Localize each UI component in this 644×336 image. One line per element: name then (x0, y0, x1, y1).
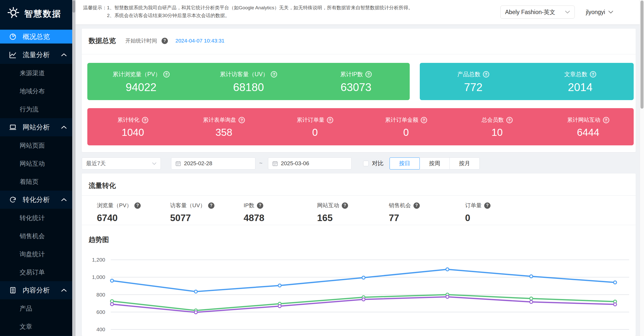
sidebar-group-content[interactable]: 内容分析 (0, 281, 72, 299)
help-icon[interactable]: ? (506, 117, 513, 123)
sidebar-item-sales-leads[interactable]: 销售机会 (0, 227, 72, 245)
end-date-input[interactable]: 2025-03-06 (268, 157, 352, 170)
sidebar-scrollbar-thumb[interactable] (72, 1, 75, 13)
stat-value: 6444 (577, 127, 599, 137)
stat-label: 累计订单量 (297, 116, 324, 124)
stat-value: 63073 (340, 82, 371, 93)
help-icon[interactable]: ? (134, 202, 141, 209)
help-icon[interactable]: ? (483, 71, 489, 77)
svg-text:600: 600 (96, 309, 105, 315)
app-logo: 智慧数据 (0, 0, 72, 28)
user-menu[interactable]: jlyongyi (586, 6, 613, 19)
chevron-up-icon (61, 198, 67, 201)
submenu-content: 产品 文章 (0, 299, 72, 335)
sidebar-item-articles[interactable]: 文章 (0, 317, 72, 335)
stat-value: 0 (403, 127, 409, 137)
svg-text:1,200: 1,200 (92, 257, 105, 263)
stat-value: 0 (312, 127, 318, 137)
content-totals-card: 产品总数? 772 文章总数? 2014 (420, 63, 634, 100)
help-icon[interactable]: ? (484, 202, 490, 209)
sidebar-item-overview[interactable]: 概况总览 (0, 30, 72, 44)
stat-articles-total: 文章总数? 2014 (527, 63, 634, 100)
divider (82, 195, 636, 196)
stat-site-interactions-total: 累计网站互动? 6444 (543, 108, 634, 145)
help-icon[interactable]: ? (239, 117, 245, 123)
sidebar-item-behavior-flow[interactable]: 行为流 (0, 100, 72, 118)
help-icon[interactable]: ? (142, 117, 148, 123)
sidebar-item-site-interaction[interactable]: 网站互动 (0, 154, 72, 173)
traffic-conversion-panel: 流量转化 浏览量（PV）? 6740 访客量（UV）? 5077 IP数? 48… (82, 174, 636, 336)
help-icon[interactable]: ? (163, 71, 170, 77)
stat-value: 0 (465, 213, 490, 223)
help-icon[interactable]: ? (413, 202, 420, 209)
stat-label: 累计转化 (117, 116, 139, 124)
topbar: 温馨提示： 1、智慧数据系统为我司自研产品，和其它统计分析类平台（如Google… (75, 0, 640, 24)
sidebar-group-label: 流量分析 (23, 50, 55, 59)
page-scrollbar[interactable] (640, 0, 644, 336)
conv-stat-pv: 浏览量（PV）? 6740 (97, 202, 141, 223)
sidebar-item-conversion-stats[interactable]: 转化统计 (0, 209, 72, 227)
help-icon[interactable]: ? (327, 117, 333, 123)
chevron-up-icon (61, 53, 67, 57)
system-notice: 温馨提示： 1、智慧数据系统为我司自研产品，和其它统计分析类平台（如Google… (83, 4, 413, 19)
sidebar-group-label: 内容分析 (23, 286, 55, 295)
document-icon (9, 286, 17, 294)
calendar-icon (175, 161, 181, 166)
sidebar-item-trade-orders[interactable]: 交易订单 (0, 263, 72, 281)
sidebar-item-region[interactable]: 地域分布 (0, 82, 72, 100)
site-selector[interactable]: Abely Fashion-英文 (500, 6, 575, 19)
by-week-button[interactable]: 按周 (420, 157, 450, 170)
sidebar-group-label: 转化分析 (23, 195, 55, 204)
help-icon[interactable]: ? (271, 71, 277, 77)
sidebar: 智慧数据 概况总览 流量分析 来源渠道 地域分布 行为流 (0, 0, 72, 336)
sidebar-item-source-channel[interactable]: 来源渠道 (0, 64, 72, 82)
sidebar-item-site-pages[interactable]: 网站页面 (0, 136, 72, 154)
start-time-label: 开始统计时间 (125, 37, 157, 44)
sidebar-group-traffic[interactable]: 流量分析 (0, 46, 72, 64)
start-time-value: 2024-04-07 10:43:31 (175, 38, 224, 44)
stat-pv-total: 累计浏览量（PV）? 94022 (87, 63, 195, 100)
start-date-input[interactable]: 2025-02-28 (171, 157, 255, 170)
conv-stat-ip: IP数? 4878 (244, 202, 264, 223)
help-icon[interactable]: ? (603, 117, 609, 123)
by-month-button[interactable]: 按月 (449, 157, 480, 170)
username: jlyongyi (586, 9, 605, 16)
help-icon[interactable]: ? (590, 71, 596, 77)
conversion-totals-card: 累计转化? 1040 累计表单询盘? 358 累计订单量? 0 累计订单金额? … (87, 108, 634, 145)
help-icon[interactable]: ? (257, 202, 263, 209)
traffic-totals-card: 累计浏览量（PV）? 94022 累计访客量（UV）? 68180 累计IP数?… (87, 63, 410, 100)
chevron-down-icon (152, 162, 157, 165)
sidebar-scrollbar[interactable] (72, 0, 75, 336)
compare-checkbox[interactable] (363, 161, 369, 166)
stat-label: 订单量 (465, 202, 482, 209)
sidebar-group-label: 网站分析 (23, 123, 55, 132)
sidebar-item-landing-page[interactable]: 着陆页 (0, 173, 72, 191)
trend-chart-title: 趋势图 (89, 235, 109, 244)
magnifier-sun-logo-icon (7, 7, 20, 21)
help-icon[interactable]: ? (162, 38, 168, 44)
stat-value: 2014 (568, 82, 593, 93)
sidebar-item-products[interactable]: 产品 (0, 299, 72, 317)
page-scrollbar-thumb[interactable] (640, 1, 643, 109)
sidebar-item-inquiry-stats[interactable]: 询盘统计 (0, 245, 72, 263)
stat-value: 6740 (97, 213, 141, 223)
stat-ip-total: 累计IP数? 63073 (302, 63, 410, 100)
svg-text:1,000: 1,000 (92, 274, 105, 280)
help-icon[interactable]: ? (342, 202, 348, 209)
date-range-select[interactable]: 最近7天 (82, 157, 161, 170)
by-day-button[interactable]: 按日 (390, 157, 420, 170)
svg-text:800: 800 (96, 292, 105, 298)
help-icon[interactable]: ? (365, 71, 372, 77)
overview-title: 数据总览 (89, 36, 116, 45)
stat-label: 累计网站互动 (567, 116, 600, 124)
sidebar-group-website[interactable]: 网站分析 (0, 118, 72, 136)
trend-line-chart: 1,2001,000800600400 (83, 254, 637, 336)
svg-text:400: 400 (96, 326, 105, 332)
stat-order-amount-total: 累计订单金额? 0 (360, 108, 451, 145)
date-range-separator: ~ (259, 160, 262, 166)
submenu-website: 网站页面 网站互动 着陆页 (0, 136, 72, 191)
help-icon[interactable]: ? (208, 202, 214, 209)
help-icon[interactable]: ? (421, 117, 427, 123)
stat-members-total: 总会员数? 10 (451, 108, 543, 145)
sidebar-group-conversion[interactable]: 转化分析 (0, 191, 72, 209)
